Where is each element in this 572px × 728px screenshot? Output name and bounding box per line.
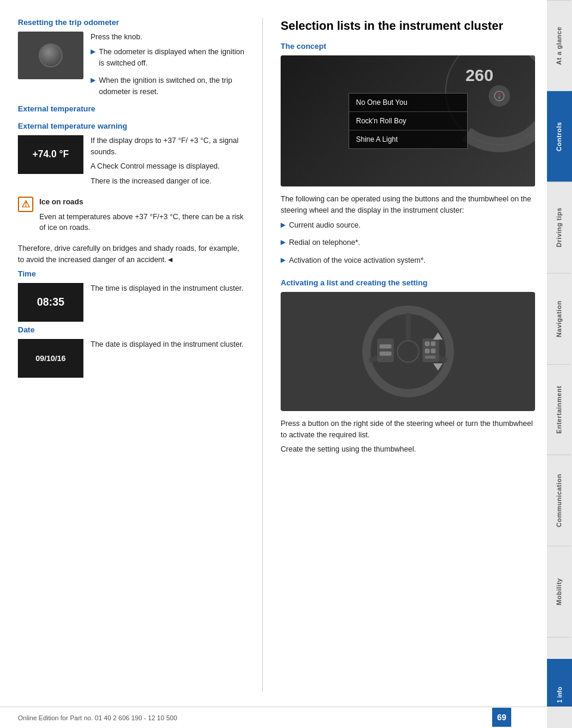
concept-text1: The following can be operated using the …	[281, 194, 535, 216]
right-bullet3-text: Activation of the voice activation syste…	[289, 255, 425, 266]
warning-text1: Even at temperatures above +37 °F/+3 °C,…	[39, 211, 244, 234]
right-bullet1-text: Current audio source.	[289, 220, 360, 231]
time-heading: Time	[18, 269, 244, 278]
page-footer: Online Edition for Part no. 01 40 2 606 …	[0, 707, 547, 728]
bullet1: ▶ The odometer is displayed when the ign…	[91, 46, 244, 73]
arrow-icon-2: ▶	[91, 76, 95, 84]
right-bullet2: ▶ Redial on telephone*.	[281, 237, 535, 252]
svg-rect-17	[380, 344, 391, 349]
svg-marker-3	[498, 92, 500, 96]
right-arrow-3: ▶	[281, 256, 285, 264]
warning-content: Ice on roads Even at temperatures above …	[39, 197, 244, 237]
odometer-knob	[39, 43, 63, 67]
bullet1-text: The odometer is displayed when the ignit…	[99, 46, 244, 69]
odometer-image	[18, 32, 83, 79]
bullet2-text: When the ignition is switched on, the tr…	[99, 75, 244, 98]
date-content: 09/10/16 The date is displayed in the in…	[18, 339, 244, 381]
temp-content: +74.0 °F If the display drops to +37 °F/…	[18, 135, 244, 191]
trip-odometer-content: Press the knob. ▶ The odometer is displa…	[18, 32, 244, 104]
section-activating: Activating a list and creating the setti…	[281, 278, 535, 455]
main-heading: Selection lists in the instrument cluste…	[281, 18, 535, 33]
sidebar-tab-at-a-glance[interactable]: At a glance	[547, 0, 572, 91]
right-column: Selection lists in the instrument cluste…	[281, 18, 535, 692]
svg-rect-13	[425, 349, 430, 353]
right-bullet3: ▶ Activation of the voice activation sys…	[281, 255, 535, 270]
time-display-value: 08:35	[37, 296, 64, 309]
section-external-temp: External temperature External temperatur…	[18, 104, 244, 266]
left-column: Resetting the trip odometer Press the kn…	[18, 18, 244, 692]
sidebar-tab-navigation[interactable]: Navigation	[547, 273, 572, 364]
warning-box: ⚠ Ice on roads Even at temperatures abov…	[18, 197, 244, 237]
temp-text3: There is the increased danger of ice.	[18, 176, 244, 187]
section-time: Time 08:35 The time is displayed in the …	[18, 269, 244, 325]
time-display-box: 08:35	[18, 283, 83, 322]
info-badge-text: 1 info	[557, 687, 563, 703]
svg-point-9	[397, 341, 419, 362]
sidebar: At a glance Controls Driving tips Naviga…	[547, 0, 572, 728]
warning-title: Ice on roads	[39, 197, 244, 208]
steering-wheel-svg	[360, 304, 456, 399]
external-temp-heading: External temperature	[18, 104, 244, 113]
arrow-icon-1: ▶	[91, 48, 95, 55]
cluster-inner: 260 No One But You Rock'n	[281, 55, 535, 186]
instrument-cluster-image: 260 No One But You Rock'n	[281, 55, 535, 186]
compass-icon	[493, 90, 505, 102]
warning-text2: Therefore, drive carefully on bridges an…	[18, 243, 244, 266]
steering-wheel-image	[281, 292, 535, 411]
svg-rect-11	[425, 341, 430, 346]
section-concept: The concept 260	[281, 42, 535, 270]
svg-rect-16	[377, 338, 394, 362]
sidebar-tab-entertainment[interactable]: Entertainment	[547, 364, 572, 455]
sidebar-tab-driving-tips[interactable]: Driving tips	[547, 182, 572, 273]
speed-display: 260	[465, 66, 493, 85]
svg-rect-15	[425, 356, 436, 359]
right-arrow-1: ▶	[281, 221, 285, 229]
main-content: Resetting the trip odometer Press the kn…	[0, 0, 547, 728]
right-arrow-2: ▶	[281, 238, 285, 246]
page-container: Resetting the trip odometer Press the kn…	[0, 0, 572, 728]
bullet2: ▶ When the ignition is switched on, the …	[91, 75, 244, 101]
info-badge: 1 info	[547, 659, 572, 707]
nav-icon	[489, 85, 510, 107]
footer-text: Online Edition for Part no. 01 40 2 606 …	[18, 714, 177, 721]
right-bullet1: ▶ Current audio source.	[281, 220, 535, 235]
temp-display-box: +74.0 °F	[18, 135, 83, 174]
temp-display-value: +74.0 °F	[32, 149, 69, 160]
date-heading: Date	[18, 325, 244, 334]
sidebar-tab-mobility[interactable]: Mobility	[547, 546, 572, 637]
activating-text2: Create the setting using the thumbwheel.	[281, 444, 535, 455]
right-bullet2-text: Redial on telephone*.	[289, 237, 360, 248]
menu-item-3: Shine A Light	[349, 130, 467, 148]
svg-rect-14	[431, 349, 436, 353]
section-date: Date 09/10/16 The date is displayed in t…	[18, 325, 244, 381]
divider	[262, 18, 263, 692]
sidebar-tab-communication[interactable]: Communication	[547, 455, 572, 546]
time-content: 08:35 The time is displayed in the instr…	[18, 283, 244, 325]
date-display-box: 09/10/16	[18, 339, 83, 378]
section-trip-odometer: Resetting the trip odometer Press the kn…	[18, 18, 244, 104]
sidebar-tab-controls[interactable]: Controls	[547, 91, 572, 182]
page-number: 69	[492, 708, 511, 727]
activating-text1: Press a button on the right side of the …	[281, 418, 535, 441]
menu-item-2: Rock'n Roll Boy	[349, 112, 467, 130]
selection-menu: No One But You Rock'n Roll Boy Shine A L…	[349, 93, 468, 149]
activating-heading: Activating a list and creating the setti…	[281, 278, 535, 287]
date-display-value: 09/10/16	[36, 354, 66, 363]
svg-marker-4	[498, 96, 500, 99]
trip-odometer-heading: Resetting the trip odometer	[18, 18, 244, 27]
menu-item-1: No One But You	[349, 94, 467, 112]
warning-icon: ⚠	[18, 197, 33, 212]
svg-rect-18	[380, 351, 391, 356]
concept-heading: The concept	[281, 42, 535, 51]
external-temp-warning-heading: External temperature warning	[18, 122, 244, 130]
svg-rect-12	[431, 341, 436, 346]
